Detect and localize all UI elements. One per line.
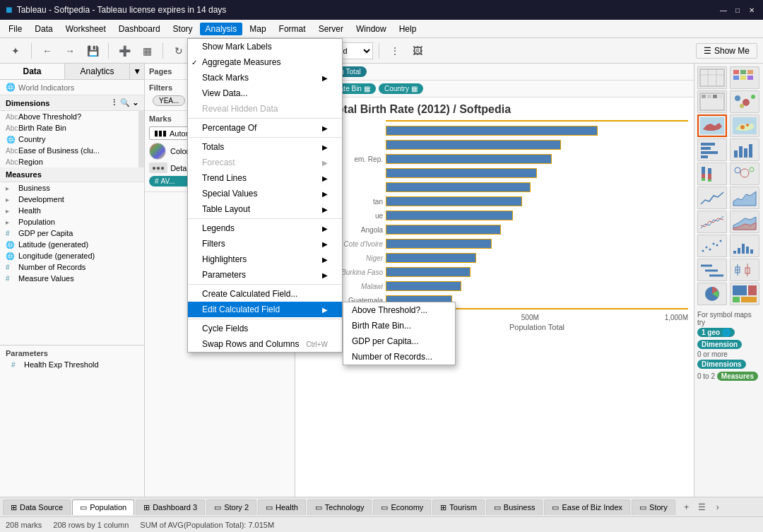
toolbar-monitor[interactable]: 🖼 [408, 41, 427, 61]
thumb-pie[interactable] [697, 283, 727, 305]
tab-population[interactable]: ▭ Population [72, 500, 134, 515]
dim-birth-rate-bin[interactable]: Abc Birth Rate Bin [0, 122, 144, 134]
toolbar-view[interactable]: ⋮ [385, 41, 405, 61]
thumb-bar-stacked[interactable] [697, 162, 727, 185]
submenu-number-of-records[interactable]: Number of Records... [343, 349, 455, 365]
dim-ease-business[interactable]: Abc Ease of Business (clu... [0, 145, 144, 156]
dim-add-icon[interactable]: ⌄ [132, 98, 138, 107]
country-pill[interactable]: Country ▦ [379, 83, 423, 94]
tab-tourism[interactable]: ⊞ Tourism [432, 500, 485, 515]
menu-trend-lines[interactable]: Trend Lines ▶ [188, 170, 342, 186]
meas-business[interactable]: ▸ Business [0, 182, 144, 194]
close-button[interactable]: ✕ [746, 4, 757, 16]
menu-help[interactable]: Help [394, 23, 422, 35]
thumb-treemap[interactable] [730, 283, 759, 305]
thumb-circles[interactable] [730, 162, 759, 185]
thumb-highlight-table[interactable] [697, 90, 727, 113]
menu-special-values[interactable]: Special Values ▶ [188, 186, 342, 201]
meas-lon[interactable]: 🌐 Longitude (generated) [0, 250, 144, 261]
param-health-threshold[interactable]: # Health Exp Threshold [6, 359, 138, 370]
toolbar-add[interactable]: ➕ [114, 41, 134, 61]
meas-gdp[interactable]: # GDP per Capita [0, 227, 144, 239]
tab-data[interactable]: Data [0, 64, 65, 79]
toolbar-save[interactable]: 💾 [83, 41, 102, 61]
menu-data[interactable]: Data [29, 23, 58, 35]
menu-server[interactable]: Server [313, 23, 349, 35]
toolbar-new[interactable]: ✦ [6, 41, 25, 61]
thumb-text-table[interactable] [697, 66, 727, 89]
thumb-lines-multi[interactable] [697, 211, 727, 233]
tab-business[interactable]: ▭ Business [486, 500, 543, 515]
menu-percentage-of[interactable]: Percentage Of ▶ [188, 120, 342, 136]
toolbar-back[interactable]: ← [37, 41, 57, 61]
menu-analysis[interactable]: Analysis [200, 23, 243, 35]
menu-format[interactable]: Format [273, 23, 312, 35]
toolbar-duplicate[interactable]: ▦ [137, 41, 157, 61]
meas-records[interactable]: # Number of Records [0, 261, 144, 273]
dim-country[interactable]: 🌐 Country [0, 134, 144, 145]
tab-add-button[interactable]: + [680, 500, 694, 514]
toolbar-undo[interactable]: ↻ [169, 41, 189, 61]
color-button[interactable] [149, 143, 166, 160]
submenu-gdp-per-capita[interactable]: GDP per Capita... [343, 333, 455, 349]
minimize-button[interactable]: — [718, 4, 729, 16]
menu-map[interactable]: Map [244, 23, 271, 35]
tab-analytics[interactable]: Analytics [65, 64, 130, 79]
submenu-birth-rate-bin[interactable]: Birth Rate Bin... [343, 318, 455, 333]
dim-grid-icon[interactable]: ⋮ [110, 98, 118, 107]
menu-cycle-fields[interactable]: Cycle Fields [188, 321, 342, 336]
thumb-symbols[interactable] [730, 90, 759, 113]
menu-table-layout[interactable]: Table Layout ▶ [188, 201, 342, 217]
thumb-area[interactable] [730, 187, 759, 209]
thumb-line[interactable] [697, 187, 727, 209]
menu-view-data[interactable]: View Data... [188, 85, 342, 101]
tab-dashboard-3[interactable]: ⊞ Dashboard 3 [136, 500, 205, 515]
menu-totals[interactable]: Totals ▶ [188, 139, 342, 155]
thumb-map-symbol[interactable] [730, 114, 759, 137]
menu-parameters[interactable]: Parameters ▶ [188, 267, 342, 283]
thumb-bar-horiz[interactable] [697, 138, 727, 161]
meas-population[interactable]: ▸ Population [0, 216, 144, 227]
meas-health[interactable]: ▸ Health [0, 205, 144, 216]
meas-values[interactable]: # Measure Values [0, 273, 144, 284]
toolbar-forward[interactable]: → [60, 41, 80, 61]
menu-dashboard[interactable]: Dashboard [113, 23, 166, 35]
menu-worksheet[interactable]: Worksheet [60, 23, 112, 35]
submenu-above-threshold[interactable]: Above Threshold?... [343, 302, 455, 318]
thumb-map-filled[interactable] [697, 114, 727, 137]
thumb-scatter[interactable] [697, 235, 727, 257]
menu-filters[interactable]: Filters ▶ [188, 236, 342, 252]
tab-economy[interactable]: ▭ Economy [373, 500, 431, 515]
tab-ease-biz[interactable]: ▭ Ease of Biz Index [544, 500, 630, 515]
meas-lat[interactable]: 🌐 Latitude (generated) [0, 239, 144, 250]
dim-region[interactable]: Abc Region [0, 156, 144, 167]
maximize-button[interactable]: □ [732, 4, 743, 16]
show-me-button[interactable]: ☰ Show Me [696, 43, 757, 59]
menu-aggregate-measures[interactable]: ✓ Aggregate Measures [188, 54, 342, 70]
tab-scroll-button[interactable]: › [711, 500, 725, 514]
menu-window[interactable]: Window [350, 23, 392, 35]
menu-file[interactable]: File [3, 23, 28, 35]
tab-story-2[interactable]: ▭ Story 2 [206, 500, 256, 515]
panel-dropdown[interactable]: ▼ [130, 64, 144, 79]
tab-technology[interactable]: ▭ Technology [307, 500, 372, 515]
tab-story[interactable]: ▭ Story [632, 500, 675, 515]
menu-swap-rows[interactable]: Swap Rows and Columns Ctrl+W [188, 336, 342, 352]
thumb-gantt[interactable] [697, 259, 727, 281]
menu-legends[interactable]: Legends ▶ [188, 220, 342, 236]
menu-story[interactable]: Story [167, 23, 199, 35]
thumb-area-multi[interactable] [730, 211, 759, 233]
thumb-histogram[interactable] [730, 235, 759, 257]
tab-health[interactable]: ▭ Health [258, 500, 306, 515]
tab-data-source[interactable]: ⊞ Data Source [3, 500, 71, 515]
menu-show-mark-labels[interactable]: Show Mark Labels [188, 39, 342, 54]
scrollbar-dims[interactable] [138, 111, 144, 167]
dim-above-threshold[interactable]: Abc Above Threshold? [0, 111, 144, 122]
menu-edit-calc[interactable]: Edit Calculated Field ▶ [188, 302, 342, 317]
thumb-box-plot[interactable] [730, 259, 759, 281]
menu-highlighters[interactable]: Highlighters ▶ [188, 252, 342, 267]
dim-search-icon[interactable]: 🔍 [120, 98, 130, 107]
menu-stack-marks[interactable]: Stack Marks ▶ [188, 70, 342, 85]
menu-create-calc[interactable]: Create Calculated Field... [188, 286, 342, 302]
thumb-heat-map[interactable] [730, 66, 759, 89]
